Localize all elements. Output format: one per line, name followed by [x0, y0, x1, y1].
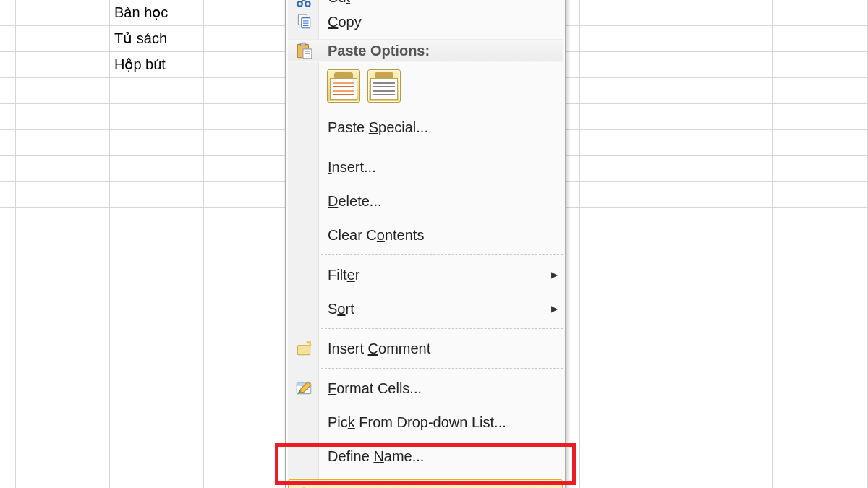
cell[interactable]: [0, 416, 16, 442]
cell[interactable]: [16, 260, 110, 286]
cell[interactable]: [773, 26, 868, 52]
cell[interactable]: [110, 416, 204, 442]
cell[interactable]: [580, 208, 678, 234]
menu-item-hyperlink[interactable]: Hyperlink...: [288, 479, 563, 488]
cell[interactable]: [204, 390, 298, 416]
cell[interactable]: [16, 312, 110, 338]
cell[interactable]: [16, 104, 110, 130]
cell[interactable]: [678, 260, 773, 286]
cell[interactable]: [16, 442, 110, 468]
cell[interactable]: [678, 234, 773, 260]
menu-item-insert[interactable]: Insert...: [288, 150, 563, 184]
cell[interactable]: [204, 130, 298, 156]
menu-item-format-cells[interactable]: Format Cells...: [288, 372, 563, 405]
cell[interactable]: [110, 208, 204, 234]
menu-item-copy[interactable]: Copy: [288, 5, 563, 38]
cell[interactable]: [678, 156, 773, 182]
cell[interactable]: [580, 234, 678, 260]
cell[interactable]: [678, 312, 773, 338]
cell[interactable]: [678, 182, 773, 208]
cell[interactable]: [678, 26, 773, 52]
menu-item-sort[interactable]: Sort ▶: [288, 292, 563, 325]
cell[interactable]: [678, 78, 773, 104]
cell[interactable]: [0, 286, 16, 312]
cell[interactable]: [16, 208, 110, 234]
cell[interactable]: [110, 78, 204, 104]
cell[interactable]: [678, 416, 773, 442]
cell[interactable]: [773, 312, 868, 338]
menu-item-cut[interactable]: Cut: [288, 0, 563, 4]
cell[interactable]: [16, 416, 110, 442]
cell[interactable]: [580, 182, 678, 208]
cell[interactable]: [773, 442, 868, 468]
cell[interactable]: [773, 260, 868, 286]
cell[interactable]: [16, 26, 110, 52]
cell[interactable]: [773, 0, 868, 26]
cell[interactable]: [16, 234, 110, 260]
cell[interactable]: [580, 26, 678, 52]
cell[interactable]: [110, 364, 204, 390]
cell[interactable]: [204, 468, 298, 488]
cell[interactable]: [773, 286, 868, 312]
cell[interactable]: [204, 156, 298, 182]
cell[interactable]: [678, 364, 773, 390]
cell[interactable]: [773, 78, 868, 104]
cell[interactable]: [773, 104, 868, 130]
cell[interactable]: [0, 260, 16, 286]
cell-context-menu[interactable]: Cut Copy Paste Options:: [285, 0, 566, 488]
cell[interactable]: [110, 286, 204, 312]
cell[interactable]: [580, 130, 678, 156]
cell[interactable]: [678, 468, 773, 488]
cell[interactable]: [580, 78, 678, 104]
cell[interactable]: [773, 156, 868, 182]
menu-item-pick-from-list[interactable]: Pick From Drop-down List...: [288, 406, 563, 439]
paste-option-keep-formatting[interactable]: [327, 69, 360, 103]
cell[interactable]: [16, 390, 110, 416]
cell[interactable]: [204, 286, 298, 312]
cell[interactable]: [110, 442, 204, 468]
cell[interactable]: [110, 260, 204, 286]
cell[interactable]: [0, 442, 16, 468]
cell[interactable]: [0, 104, 16, 130]
cell[interactable]: [204, 442, 298, 468]
cell[interactable]: [16, 338, 110, 364]
cell[interactable]: [0, 130, 16, 156]
cell[interactable]: [204, 26, 298, 52]
cell[interactable]: [580, 468, 678, 488]
cell[interactable]: [773, 468, 868, 488]
cell[interactable]: [16, 0, 110, 26]
cell[interactable]: [204, 182, 298, 208]
cell[interactable]: [773, 390, 868, 416]
cell[interactable]: [580, 260, 678, 286]
cell[interactable]: [110, 130, 204, 156]
cell[interactable]: [678, 52, 773, 78]
cell[interactable]: [580, 104, 678, 130]
cell[interactable]: [16, 78, 110, 104]
cell[interactable]: [0, 78, 16, 104]
cell[interactable]: [204, 234, 298, 260]
cell[interactable]: [16, 286, 110, 312]
cell[interactable]: Bàn học: [110, 0, 204, 26]
cell[interactable]: [773, 208, 868, 234]
cell[interactable]: [580, 364, 678, 390]
cell[interactable]: [204, 364, 298, 390]
cell[interactable]: [204, 208, 298, 234]
cell[interactable]: [204, 260, 298, 286]
cell[interactable]: [773, 52, 868, 78]
cell[interactable]: [16, 468, 110, 488]
menu-item-delete[interactable]: Delete...: [288, 184, 563, 218]
cell[interactable]: [773, 182, 868, 208]
cell[interactable]: [580, 390, 678, 416]
cell[interactable]: [0, 364, 16, 390]
menu-item-filter[interactable]: Filter ▶: [288, 258, 563, 291]
cell[interactable]: [580, 156, 678, 182]
cell[interactable]: [110, 338, 204, 364]
cell[interactable]: [110, 390, 204, 416]
cell[interactable]: Tủ sách: [110, 26, 204, 52]
cell[interactable]: [678, 104, 773, 130]
cell[interactable]: [110, 312, 204, 338]
cell[interactable]: [678, 286, 773, 312]
cell[interactable]: [773, 416, 868, 442]
cell[interactable]: [0, 468, 16, 488]
cell[interactable]: [0, 182, 16, 208]
